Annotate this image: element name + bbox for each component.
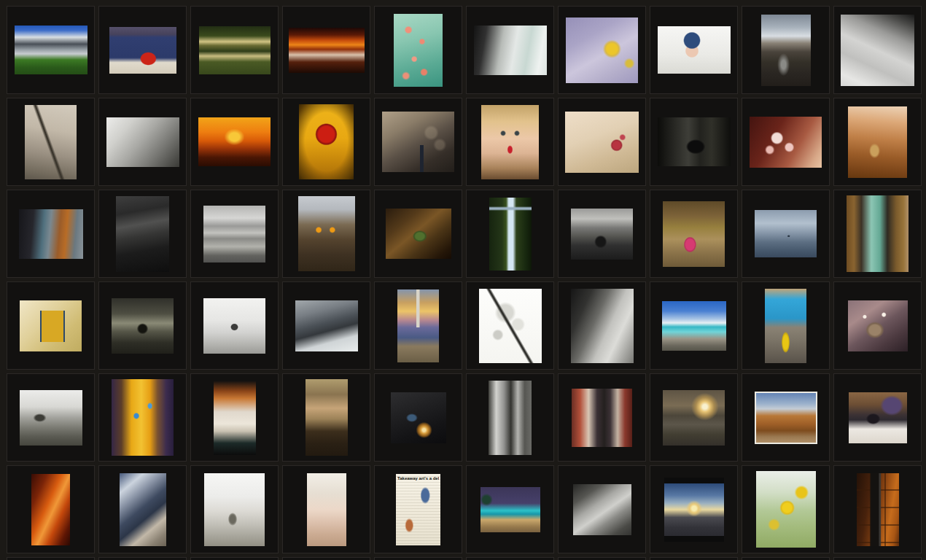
newspaper-clipping-thumbnail[interactable]: Takeaway art's a delight: [396, 474, 440, 545]
photo-cell: [98, 373, 187, 462]
window-seat-teal-shirt-thumbnail[interactable]: [847, 195, 909, 272]
duo-with-guitar-bw-thumbnail[interactable]: [489, 381, 532, 455]
alpine-lake-dusk-thumbnail[interactable]: [663, 390, 725, 446]
monument-sunset-reflection-thumbnail[interactable]: [397, 289, 439, 362]
photo-cell: [833, 98, 922, 186]
bw-candid-smile-thumbnail[interactable]: [571, 289, 634, 363]
photo-cell: [98, 281, 187, 370]
waterfall-with-bridge-thumbnail[interactable]: [489, 198, 532, 271]
red-buds-on-beige-thumbnail[interactable]: [565, 112, 639, 173]
heart-stone-shore-bw-thumbnail[interactable]: [204, 473, 265, 546]
photo-cell-partial: [7, 557, 95, 560]
photo-cell-partial: [98, 557, 187, 560]
xray-flowers-white-thumbnail[interactable]: [479, 289, 542, 363]
gamepad-figurines-thumbnail[interactable]: [849, 392, 907, 443]
backstage-silhouette-thumbnail[interactable]: [658, 117, 731, 166]
photo-cell: [650, 465, 738, 553]
knit-cardigan-back-thumbnail[interactable]: [572, 389, 632, 447]
photo-cell: [466, 190, 554, 278]
blonde-red-lips-portrait-thumbnail[interactable]: [481, 105, 539, 179]
bw-blonde-leaning-thumbnail[interactable]: [106, 117, 179, 167]
plum-blossoms-macro-thumbnail[interactable]: [750, 117, 822, 168]
foggy-mountain-highway-thumbnail[interactable]: [761, 15, 811, 86]
photo-cell: [466, 98, 554, 186]
surreal-wall-reach-bw-thumbnail[interactable]: [295, 300, 358, 351]
blue-caravan-banana-thumbnail[interactable]: [765, 289, 806, 363]
photo-cell: [742, 190, 830, 278]
photo-cell: [374, 281, 462, 370]
birds-over-beach-bw-thumbnail[interactable]: [203, 206, 265, 262]
windswept-hair-portrait-thumbnail[interactable]: [474, 26, 547, 75]
turquoise-shore-thumbnail[interactable]: [662, 301, 726, 351]
photo-cell: [833, 281, 922, 370]
coral-bells-on-teal-thumbnail[interactable]: [394, 14, 443, 87]
apple-splash-wine-glass-thumbnail[interactable]: [299, 104, 354, 179]
toddler-pink-dress-path-thumbnail[interactable]: [663, 201, 725, 267]
photo-cell-partial: [558, 557, 646, 560]
girl-under-bridge-structure-thumbnail[interactable]: [120, 473, 166, 546]
aquarium-orange-glow-thumbnail[interactable]: [112, 379, 174, 456]
photo-cell: [742, 373, 830, 462]
boardwalk-white-dress-thumbnail[interactable]: [307, 473, 346, 546]
dried-seedheads-thumbnail[interactable]: [25, 105, 77, 179]
photo-cell: [650, 98, 738, 186]
photo-cell: [742, 6, 830, 94]
photo-cell-partial: [650, 557, 738, 560]
midnight-palm-cove-thumbnail[interactable]: [480, 487, 540, 532]
sunburst-beach-reflection-thumbnail[interactable]: [664, 478, 724, 542]
photo-cell: [558, 98, 646, 186]
photo-cell: [558, 281, 646, 370]
woman-rusty-wall-thumbnail[interactable]: [19, 209, 83, 259]
branch-in-vase-sepia-thumbnail[interactable]: [382, 112, 454, 172]
photo-grid: Takeaway art's a delight: [0, 0, 926, 560]
photo-cell-partial: [374, 557, 462, 560]
geothermal-mist-figure-thumbnail[interactable]: [755, 210, 817, 257]
bw-retro-kitchen-woman-thumbnail[interactable]: [571, 209, 633, 260]
bloodhound-with-stick-thumbnail[interactable]: [848, 106, 907, 178]
photo-cell: [190, 190, 279, 278]
night-street-group-thumbnail[interactable]: [112, 298, 174, 354]
wooden-bridge-pond-thumbnail[interactable]: [199, 26, 271, 74]
newspaper-headline: Takeaway art's a delight: [397, 476, 439, 481]
yellow-flower-lavender-thumbnail[interactable]: [566, 18, 638, 83]
feather-gown-portrait-thumbnail[interactable]: [386, 209, 451, 259]
photo-cell: [190, 281, 279, 370]
photo-cell: [374, 373, 462, 462]
canyon-flame-glow-thumbnail[interactable]: [31, 474, 70, 545]
tinkerer-with-sparks-thumbnail[interactable]: [391, 392, 446, 443]
sunset-cheer-silhouettes-thumbnail[interactable]: [198, 117, 271, 166]
smoking-man-bw-thumbnail[interactable]: [573, 484, 631, 535]
studio-dancer-bw-thumbnail[interactable]: [203, 298, 265, 354]
storm-clouds-over-field-thumbnail[interactable]: [15, 26, 87, 74]
photo-cell: [282, 6, 370, 94]
photo-cell: [742, 465, 830, 553]
torch-fire-crowd-thumbnail[interactable]: [289, 28, 365, 73]
photo-cell: [374, 190, 462, 278]
photo-cell: [282, 98, 370, 186]
photo-cell: [558, 6, 646, 94]
vintage-pump-orange-tiles-thumbnail[interactable]: [857, 473, 899, 546]
photo-cell: [98, 190, 187, 278]
bw-underwater-figure-thumbnail[interactable]: [116, 196, 169, 272]
ceramic-cup-bokeh-thumbnail[interactable]: [848, 300, 908, 351]
great-horned-owl-thumbnail[interactable]: [298, 196, 355, 271]
photo-cell: [833, 373, 922, 462]
vintage-polka-dot-dress-thumbnail[interactable]: [306, 379, 348, 456]
photo-cell: [190, 465, 279, 553]
infrared-lone-tree-thumbnail[interactable]: [20, 390, 82, 446]
redhead-white-top-thumbnail[interactable]: [214, 381, 256, 455]
photo-cell: [558, 190, 646, 278]
photo-cell: [98, 98, 187, 186]
photo-cell: [190, 98, 279, 186]
bw-hand-on-shoulder-thumbnail[interactable]: [841, 15, 914, 86]
blue-window-yellow-wall-thumbnail[interactable]: [20, 300, 82, 351]
photo-cell: [7, 281, 95, 370]
piazza-hdr-framed-thumbnail[interactable]: [755, 392, 817, 444]
red-scooter-waterfront-thumbnail[interactable]: [109, 27, 176, 74]
baby-blue-knit-hat-thumbnail[interactable]: [658, 26, 731, 74]
daffodils-by-window-thumbnail[interactable]: [756, 471, 816, 548]
photo-cell: [466, 6, 554, 94]
photo-cell: [282, 465, 370, 553]
photo-cell: [7, 6, 95, 94]
photo-cell: [466, 373, 554, 462]
